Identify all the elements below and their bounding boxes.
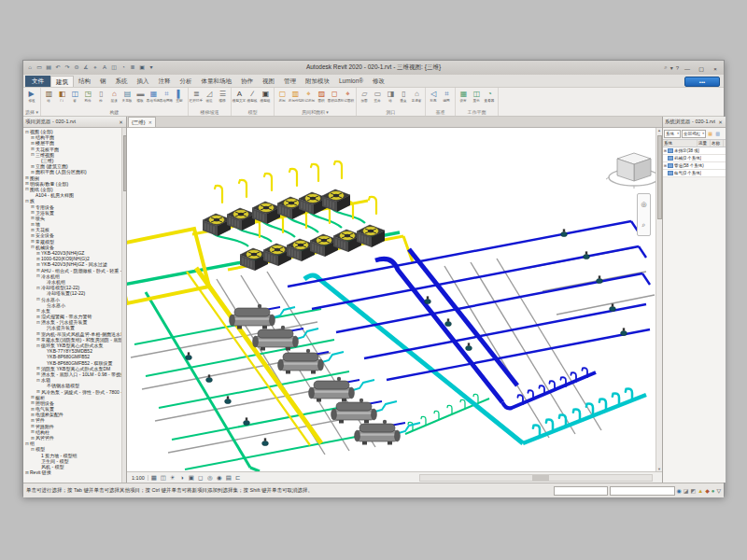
component-tool-button[interactable]: ◳构件 [82, 89, 94, 103]
opening-by-face-tool-button[interactable]: ▱按面 [359, 89, 371, 103]
columns-icon[interactable]: ▥ [714, 130, 721, 137]
detail-level-icon[interactable]: ▦ [149, 473, 159, 483]
scroll-down-icon[interactable]: ▼ [657, 467, 661, 471]
vertical-opening-tool-button[interactable]: ▯垂直 [398, 89, 410, 103]
wall-tool-button[interactable]: ▥墙 [43, 89, 55, 103]
view-tab-3d[interactable]: {三维} ✕ [128, 117, 156, 127]
steering-wheel-icon[interactable]: ◎ [641, 201, 646, 208]
area-boundary-tool-button[interactable]: ◻面积边界 [329, 89, 341, 103]
scroll-up-icon[interactable]: ▲ [657, 128, 661, 133]
temporary-hide-isolate-icon[interactable]: ◎ [205, 473, 215, 483]
close-icon[interactable]: ✕ [717, 119, 724, 125]
tag-room-tool-button[interactable]: ⌖标记房间 [303, 89, 315, 103]
wall-opening-tool-button[interactable]: ◨墙 [385, 89, 397, 103]
curtain-grid-tool-button[interactable]: ⌗幕墙网格 [161, 89, 173, 103]
plugin-button[interactable]: ••• [684, 77, 720, 87]
exclude-options-icon[interactable]: ◆ [705, 486, 710, 496]
sign-in-icon[interactable]: ▾ [670, 64, 673, 71]
show-workplane-tool-button[interactable]: ◫显示 [471, 89, 483, 103]
project-browser-scrollbar[interactable] [121, 128, 126, 483]
column-tool-button[interactable]: ▯柱 [95, 89, 107, 103]
tree-item[interactable]: ⊞消防泵 YKB型离心式卧式水泵DM [23, 366, 121, 371]
column-header[interactable]: 流量 [698, 140, 711, 147]
ribbon-tab-10[interactable]: 管理 [279, 76, 301, 87]
floor-tool-button[interactable]: ▬楼板 [134, 89, 147, 103]
stair-tool-button[interactable]: ☰楼梯 [217, 89, 229, 103]
shaft-tool-button[interactable]: ▭竖井 [372, 89, 384, 103]
system-browser-row[interactable]: 电气(0 个系统) [663, 170, 726, 177]
reveal-constraints-icon[interactable]: ⊏ [233, 473, 243, 483]
set-workplane-tool-button[interactable]: ▦设置 [458, 89, 470, 103]
zoom-tool-icon[interactable]: ⌕ [642, 221, 646, 229]
maximize-button[interactable]: ▢ [696, 63, 707, 73]
ramp-tool-button[interactable]: ◿坡道 [204, 89, 216, 103]
modify-tool-button[interactable]: ▶修改 [25, 89, 37, 103]
temporary-view-properties-icon[interactable]: ▤ [224, 473, 233, 483]
room-separator-tool-button[interactable]: ▥房间分隔 [289, 89, 302, 103]
text-icon[interactable]: A [101, 63, 108, 72]
room-tool-button[interactable]: ▢房间 [276, 89, 289, 103]
crop-view-icon[interactable]: ▣ [187, 473, 196, 483]
background-processes-icon[interactable]: ● [712, 486, 715, 496]
redo-icon[interactable]: ↷ [63, 63, 71, 72]
undo-icon[interactable]: ↶ [54, 63, 62, 72]
model-line-tool-button[interactable]: ∕模型线 [247, 89, 259, 103]
help-icon[interactable]: ? [676, 65, 679, 71]
column-header[interactable]: 系统 [663, 140, 698, 147]
horizontal-scrollbar[interactable] [419, 474, 653, 482]
tree-item[interactable]: ⊞常规水泵(消防泵组) - 和泵房消防 - 底部回转连接 [23, 337, 121, 343]
discipline-combo[interactable]: 全部规程▾ [682, 130, 706, 138]
section-icon[interactable]: ◔ [120, 63, 127, 72]
selection-filter-icon[interactable]: ▽ [716, 486, 721, 496]
workplane-viewer-tool-button[interactable]: ◔查看器 [484, 89, 496, 103]
thin-lines-icon[interactable]: ≣ [129, 63, 136, 72]
active-only-icon[interactable]: ▲ [698, 486, 703, 496]
ribbon-tab-7[interactable]: 体量和场地 [197, 76, 237, 87]
model-text-tool-button[interactable]: A模型文字 [233, 89, 246, 103]
tree-item[interactable]: ⊞风冷热泵 - 涡旋式 - 弹性 - 卧式 - 7800 - 14000 kW [23, 388, 121, 394]
system-view-combo[interactable]: 系统▾ [664, 130, 681, 138]
tree-item[interactable]: ⊞AHU - 组合式 - 防潮做板 - 卧式 - 轻重 - 2000 - 100… [23, 268, 121, 273]
default-3d-view-icon[interactable]: ◫ [110, 63, 118, 72]
aligned-dimension-icon[interactable]: ∡ [82, 63, 90, 72]
ribbon-tab-11[interactable]: 附加模块 [301, 76, 334, 87]
design-options-icon[interactable]: ◩ [691, 486, 697, 496]
close-button[interactable]: × [710, 63, 721, 73]
tag-area-tool-button[interactable]: ⌖标记面积 [342, 89, 354, 103]
editing-requests-icon[interactable]: ◪ [684, 486, 689, 496]
area-tool-button[interactable]: ▨面积 [316, 89, 328, 103]
tree-item[interactable]: ⊞潜水泵 - 底部入口 - 10LM - 0.98 - 带搅拌 - 100-37… [23, 371, 121, 377]
ribbon-tab-1[interactable]: 结构 [74, 76, 95, 87]
tree-item[interactable]: ⊞室内机-吊顶式风机盘管-单相-侧面送水和回水口带电盘 [23, 331, 121, 337]
door-tool-button[interactable]: ◧门 [56, 89, 68, 103]
grid-tool-button[interactable]: ⌗轴网 [441, 89, 453, 103]
system-browser-row[interactable]: ⊞管道(58 个系统) [663, 162, 726, 170]
ribbon-tab-2[interactable]: 钢 [95, 76, 111, 87]
railing-tool-button[interactable]: ≣栏杆扶手 [190, 89, 203, 103]
view-cube[interactable] [605, 143, 662, 195]
design-options-combo[interactable] [610, 486, 675, 496]
level-tool-button[interactable]: ◁标高 [428, 89, 440, 103]
ribbon-tab-9[interactable]: 视图 [258, 76, 279, 87]
system-browser-row[interactable]: 机械(0 个系统) [663, 155, 726, 162]
dormer-tool-button[interactable]: ⌂老虎窗 [411, 89, 423, 103]
visual-style-icon[interactable]: ◫ [159, 473, 168, 483]
minimize-button[interactable]: — [682, 63, 693, 73]
vertical-scrollbar[interactable]: ▲ ▼ [655, 128, 662, 471]
ribbon-tab-13[interactable]: 修改 [368, 76, 389, 87]
ribbon-tab-0[interactable]: 建筑 [50, 76, 74, 87]
horizontal-scrollbar-thumb[interactable] [532, 475, 549, 481]
show-crop-region-icon[interactable]: ◻ [196, 473, 205, 483]
ribbon-tab-4[interactable]: 插入 [133, 76, 154, 87]
model-group-tool-button[interactable]: ▣模型组 [260, 89, 272, 103]
mullion-tool-button[interactable]: ▌竖梃 [174, 89, 186, 103]
save-icon[interactable]: ▤ [45, 63, 52, 72]
sun-path-icon[interactable]: ☀ [168, 473, 177, 483]
window-tool-button[interactable]: ◫窗 [69, 89, 81, 103]
search-icon[interactable]: ⌕ [664, 64, 667, 71]
qat-dropdown-icon[interactable]: ▾ [148, 63, 155, 72]
ribbon-tab-3[interactable]: 系统 [111, 76, 133, 87]
curtain-system-tool-button[interactable]: ▦幕墙系统 [148, 89, 160, 103]
tag-icon[interactable]: ⌖ [92, 63, 99, 72]
reveal-hidden-elements-icon[interactable]: ◉ [215, 473, 224, 483]
